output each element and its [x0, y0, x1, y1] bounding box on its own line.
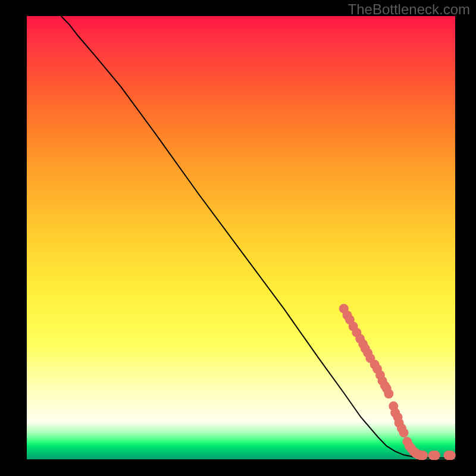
- watermark-text: TheBottleneck.com: [348, 1, 470, 18]
- data-point: [431, 450, 440, 460]
- chart-svg-layer: [27, 16, 455, 459]
- data-points-group: [339, 304, 456, 461]
- data-point: [418, 450, 428, 460]
- data-point: [384, 389, 393, 399]
- data-point: [446, 450, 456, 460]
- bottleneck-curve: [61, 16, 455, 458]
- data-point: [399, 428, 409, 437]
